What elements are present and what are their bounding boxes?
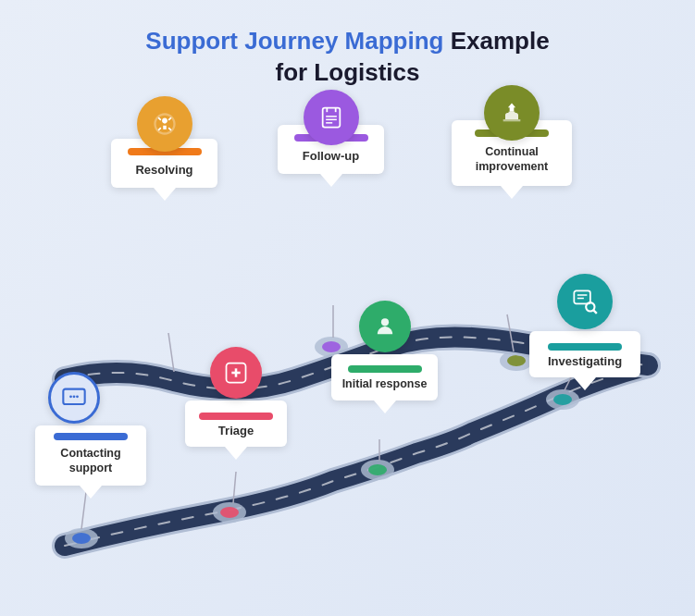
triage-icon-circle — [210, 347, 262, 399]
svg-line-18 — [168, 333, 174, 372]
continual-icon-circle — [484, 85, 540, 141]
stage-continual: Continual improvement — [452, 120, 572, 186]
title-black-part2: Example — [443, 27, 549, 55]
svg-point-12 — [500, 351, 533, 371]
triage-card: Triage — [185, 400, 287, 447]
svg-point-3 — [220, 507, 239, 518]
svg-rect-28 — [574, 290, 590, 303]
svg-line-20 — [507, 314, 514, 351]
svg-point-22 — [73, 395, 76, 398]
title-area: Support Journey Mapping Example for Logi… — [0, 0, 695, 89]
stage-triage: Triage — [185, 375, 287, 447]
contacting-bar — [54, 433, 128, 440]
svg-line-32 — [593, 310, 597, 314]
svg-line-15 — [233, 472, 236, 503]
svg-point-5 — [368, 464, 387, 475]
svg-point-6 — [546, 389, 579, 410]
triage-bar — [199, 413, 273, 420]
svg-point-27 — [380, 318, 388, 326]
title-colored: Support Journey Mapping — [145, 27, 443, 55]
initial-card: Initial response — [331, 354, 438, 400]
stage-contacting: Contacting support — [35, 400, 146, 486]
investigating-icon-circle — [557, 274, 613, 329]
followup-label: Follow-up — [303, 149, 359, 163]
contacting-icon-circle — [48, 372, 100, 424]
investigating-bar — [548, 343, 622, 351]
stage-followup: Follow-up — [278, 125, 384, 174]
continual-label: Continual improvement — [461, 144, 563, 175]
svg-rect-33 — [322, 108, 340, 128]
initial-label: Initial response — [342, 376, 428, 391]
svg-point-7 — [553, 394, 572, 405]
svg-point-23 — [76, 395, 79, 398]
svg-point-21 — [69, 395, 72, 398]
svg-point-2 — [213, 502, 246, 523]
svg-point-4 — [361, 460, 394, 480]
triage-label: Triage — [218, 424, 254, 437]
title-line2: for Logistics — [56, 57, 639, 89]
title-line1: Support Journey Mapping Example — [56, 26, 639, 57]
investigating-label: Investigating — [548, 354, 622, 368]
investigating-card: Investigating — [529, 331, 640, 377]
svg-point-13 — [507, 355, 526, 366]
followup-icon-circle — [304, 90, 359, 145]
resolving-label: Resolving — [135, 163, 192, 177]
stage-resolving: Resolving — [111, 139, 217, 188]
contacting-card: Contacting support — [35, 425, 146, 486]
resolving-icon-circle — [137, 96, 192, 152]
stage-initial: Initial response — [331, 328, 438, 400]
page-container: Support Journey Mapping Example for Logi… — [0, 0, 695, 616]
svg-point-1 — [72, 533, 91, 544]
initial-icon-circle — [359, 301, 411, 352]
svg-point-9 — [165, 376, 183, 387]
stage-investigating: Investigating — [529, 303, 640, 377]
svg-point-31 — [586, 302, 594, 311]
initial-bar — [348, 365, 422, 373]
contacting-label: Contacting support — [44, 446, 137, 476]
svg-point-0 — [65, 528, 98, 548]
